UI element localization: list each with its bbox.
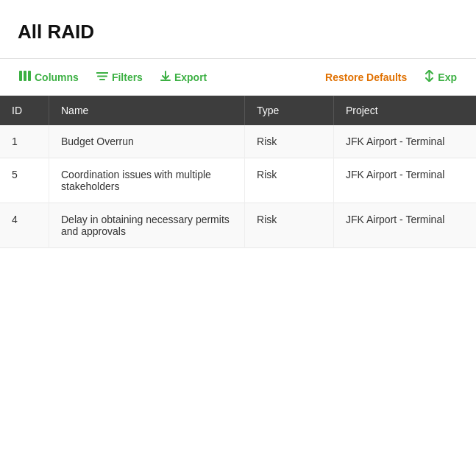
sort-icon bbox=[425, 70, 434, 84]
col-header-project: Project bbox=[333, 96, 476, 125]
export-button[interactable]: Export bbox=[153, 67, 214, 88]
cell-id: 4 bbox=[0, 203, 49, 248]
cell-project: JFK Airport - Terminal bbox=[333, 203, 476, 248]
restore-label: Restore Defaults bbox=[325, 71, 407, 83]
svg-rect-1 bbox=[24, 71, 26, 81]
table-row[interactable]: 1Budget OverrunRiskJFK Airport - Termina… bbox=[0, 125, 476, 158]
toolbar: Columns Filters Export Restore Defaults bbox=[0, 58, 476, 96]
cell-name: Budget Overrun bbox=[49, 125, 245, 158]
expand-button[interactable]: Exp bbox=[417, 66, 464, 88]
cell-id: 5 bbox=[0, 158, 49, 203]
columns-button[interactable]: Columns bbox=[12, 67, 86, 87]
table-row[interactable]: 4Delay in obtaining necessary permits an… bbox=[0, 203, 476, 248]
cell-type: Risk bbox=[245, 125, 334, 158]
svg-rect-2 bbox=[28, 71, 31, 81]
col-header-id: ID bbox=[0, 96, 49, 125]
svg-rect-0 bbox=[19, 71, 22, 81]
raid-table-wrapper: ID Name Type Project 1Budget OverrunRisk… bbox=[0, 96, 476, 248]
export-label: Export bbox=[174, 71, 207, 83]
cell-id: 1 bbox=[0, 125, 49, 158]
cell-name: Coordination issues with multiple stakeh… bbox=[49, 158, 245, 203]
cell-name: Delay in obtaining necessary permits and… bbox=[49, 203, 245, 248]
expand-label: Exp bbox=[438, 71, 457, 83]
table-row[interactable]: 5Coordination issues with multiple stake… bbox=[0, 158, 476, 203]
cell-type: Risk bbox=[245, 203, 334, 248]
raid-table: ID Name Type Project 1Budget OverrunRisk… bbox=[0, 96, 476, 248]
filters-label: Filters bbox=[112, 71, 143, 83]
page-header: All RAID bbox=[0, 0, 476, 58]
filters-button[interactable]: Filters bbox=[89, 68, 150, 87]
restore-defaults-button[interactable]: Restore Defaults bbox=[318, 68, 414, 87]
cell-project: JFK Airport - Terminal bbox=[333, 125, 476, 158]
cell-project: JFK Airport - Terminal bbox=[333, 158, 476, 203]
columns-icon bbox=[19, 71, 31, 83]
col-header-name: Name bbox=[49, 96, 245, 125]
col-header-type: Type bbox=[245, 96, 334, 125]
columns-label: Columns bbox=[35, 71, 79, 83]
table-header-row: ID Name Type Project bbox=[0, 96, 476, 125]
export-icon bbox=[160, 71, 171, 84]
cell-type: Risk bbox=[245, 158, 334, 203]
filters-icon bbox=[96, 71, 108, 83]
page-title: All RAID bbox=[18, 21, 458, 43]
